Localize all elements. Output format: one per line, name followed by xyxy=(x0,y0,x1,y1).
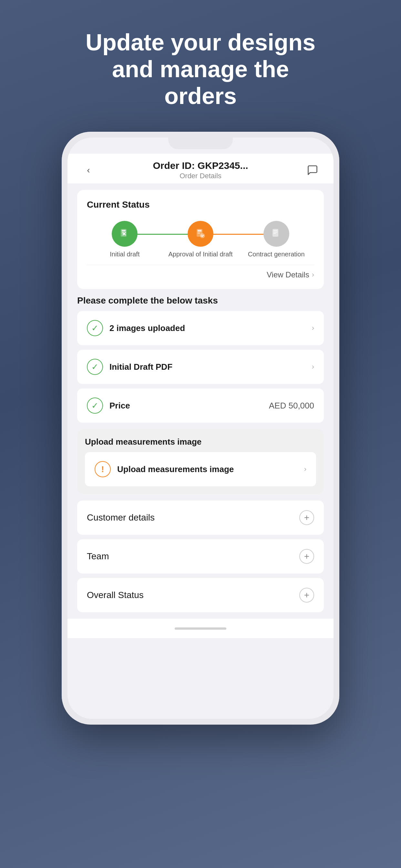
task-chevron-1: › xyxy=(312,324,314,332)
accordion-label-customer: Customer details xyxy=(87,513,155,523)
check-mark-3: ✓ xyxy=(91,401,98,411)
upload-left: ! Upload measurements image xyxy=(95,461,234,477)
chat-icon xyxy=(307,164,318,176)
screen-content: ‹ Order ID: GKP2345... Order Details Cur… xyxy=(67,137,334,719)
step-contract: Contract generation xyxy=(238,221,314,258)
home-bar xyxy=(175,627,226,630)
task-label-1: 2 images uploaded xyxy=(110,323,185,333)
task-price-value: AED 50,000 xyxy=(269,401,314,411)
step-circle-green xyxy=(112,221,137,247)
phone-frame: ‹ Order ID: GKP2345... Order Details Cur… xyxy=(62,132,339,724)
check-mark-1: ✓ xyxy=(91,323,98,333)
check-mark-2: ✓ xyxy=(91,362,98,372)
task-label-3: Price xyxy=(110,401,130,411)
task-left-1: ✓ 2 images uploaded xyxy=(87,320,185,336)
home-indicator xyxy=(67,619,334,638)
tasks-title: Please complete the below tasks xyxy=(77,296,324,306)
step-label-3: Contract generation xyxy=(248,250,305,258)
step-label-1: Initial draft xyxy=(110,250,140,258)
warning-circle: ! xyxy=(95,461,111,477)
check-circle-1: ✓ xyxy=(87,320,103,336)
accordion-label-overall: Overall Status xyxy=(87,590,144,600)
plus-circle-overall: + xyxy=(299,588,314,602)
task-left-2: ✓ Initial Draft PDF xyxy=(87,359,173,375)
upload-card-title: Upload measurements image xyxy=(85,437,316,447)
page-header: ‹ Order ID: GKP2345... Order Details xyxy=(67,154,334,183)
task-chevron-2: › xyxy=(312,363,314,371)
step-circle-orange xyxy=(188,221,213,247)
upload-card: Upload measurements image ! Upload measu… xyxy=(77,429,324,494)
current-status-section: Current Status Init xyxy=(77,190,324,289)
task-left-3: ✓ Price xyxy=(87,398,130,414)
task-label-2: Initial Draft PDF xyxy=(110,362,173,372)
step-initial-draft: Initial draft xyxy=(87,221,163,258)
header-center: Order ID: GKP2345... Order Details xyxy=(153,160,248,180)
task-price[interactable]: ✓ Price AED 50,000 xyxy=(77,389,324,423)
upload-chevron: › xyxy=(304,465,306,473)
plus-icon-overall: + xyxy=(304,591,309,600)
upload-item[interactable]: ! Upload measurements image › xyxy=(85,452,316,486)
warning-icon: ! xyxy=(101,464,104,474)
contract-icon xyxy=(271,228,282,240)
draft-icon xyxy=(119,228,130,240)
svg-rect-5 xyxy=(273,229,278,237)
task-images[interactable]: ✓ 2 images uploaded › xyxy=(77,311,324,345)
chevron-right-icon: › xyxy=(312,271,314,279)
back-button[interactable]: ‹ xyxy=(81,162,96,178)
chat-button[interactable] xyxy=(305,162,320,178)
check-circle-3: ✓ xyxy=(87,398,103,414)
view-details-button[interactable]: View Details › xyxy=(87,265,314,279)
tasks-section: Please complete the below tasks ✓ 2 imag… xyxy=(77,296,324,423)
step-circle-gray xyxy=(264,221,289,247)
plus-icon-customer: + xyxy=(304,513,309,522)
current-status-title: Current Status xyxy=(87,199,314,210)
status-steps: Initial draft App xyxy=(87,218,314,265)
accordion-customer[interactable]: Customer details + xyxy=(77,500,324,535)
plus-circle-team: + xyxy=(299,549,314,564)
accordion-label-team: Team xyxy=(87,551,109,562)
task-pdf[interactable]: ✓ Initial Draft PDF › xyxy=(77,350,324,384)
order-details-subtitle: Order Details xyxy=(153,172,248,180)
phone-notch xyxy=(168,137,233,149)
step-label-2: Approval of Initial draft xyxy=(168,250,233,258)
view-details-text: View Details xyxy=(267,270,309,279)
upload-label: Upload measurements image xyxy=(117,464,234,474)
accordion-section: Customer details + Team + Overall Status… xyxy=(77,500,324,612)
check-circle-2: ✓ xyxy=(87,359,103,375)
step-approval: Approval of Initial draft xyxy=(163,221,239,258)
plus-circle-customer: + xyxy=(299,510,314,525)
accordion-team[interactable]: Team + xyxy=(77,539,324,574)
hero-text: Update your designs and manage the order… xyxy=(60,29,341,109)
upload-measurements-section: Upload measurements image ! Upload measu… xyxy=(77,429,324,494)
phone-screen: ‹ Order ID: GKP2345... Order Details Cur… xyxy=(67,137,334,719)
approval-icon xyxy=(195,228,206,240)
order-id-title: Order ID: GKP2345... xyxy=(153,160,248,171)
accordion-overall[interactable]: Overall Status + xyxy=(77,578,324,612)
plus-icon-team: + xyxy=(304,552,309,561)
